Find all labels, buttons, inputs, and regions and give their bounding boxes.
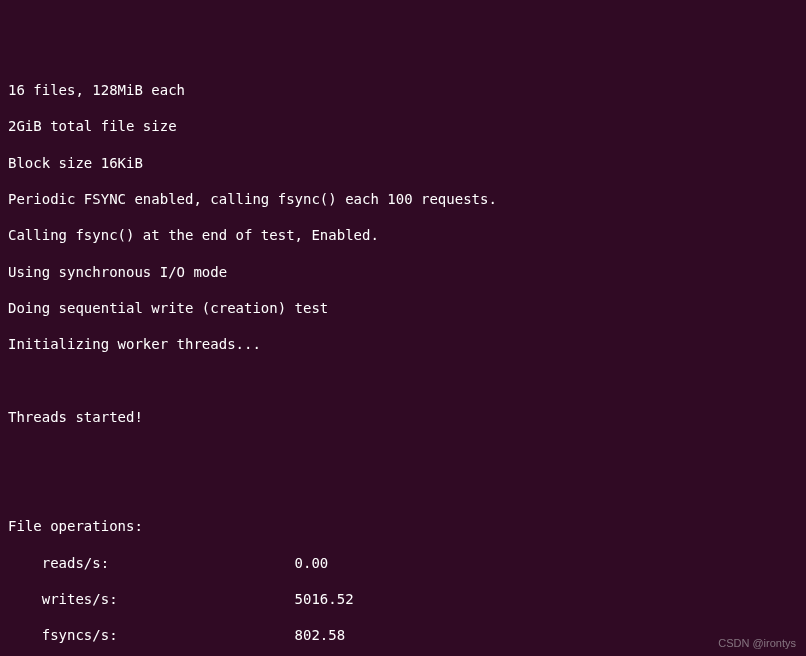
watermark: CSDN @irontys — [718, 636, 796, 650]
header-files: 16 files, 128MiB each — [8, 81, 798, 99]
threads-started: Threads started! — [8, 408, 798, 426]
fsyncs-value: 802.58 — [295, 627, 346, 643]
file-ops-title: File operations: — [8, 517, 798, 535]
reads-label: reads/s: — [8, 555, 295, 571]
header-io-mode: Using synchronous I/O mode — [8, 263, 798, 281]
header-fsync-end: Calling fsync() at the end of test, Enab… — [8, 226, 798, 244]
writes-value: 5016.52 — [295, 591, 354, 607]
file-ops-fsyncs: fsyncs/s: 802.58 — [8, 626, 798, 644]
header-total-size: 2GiB total file size — [8, 117, 798, 135]
header-block-size: Block size 16KiB — [8, 154, 798, 172]
reads-value: 0.00 — [295, 555, 329, 571]
header-init-threads: Initializing worker threads... — [8, 335, 798, 353]
header-fsync-periodic: Periodic FSYNC enabled, calling fsync() … — [8, 190, 798, 208]
file-ops-reads: reads/s: 0.00 — [8, 554, 798, 572]
header-test-type: Doing sequential write (creation) test — [8, 299, 798, 317]
file-ops-writes: writes/s: 5016.52 — [8, 590, 798, 608]
writes-label: writes/s: — [8, 591, 295, 607]
fsyncs-label: fsyncs/s: — [8, 627, 295, 643]
